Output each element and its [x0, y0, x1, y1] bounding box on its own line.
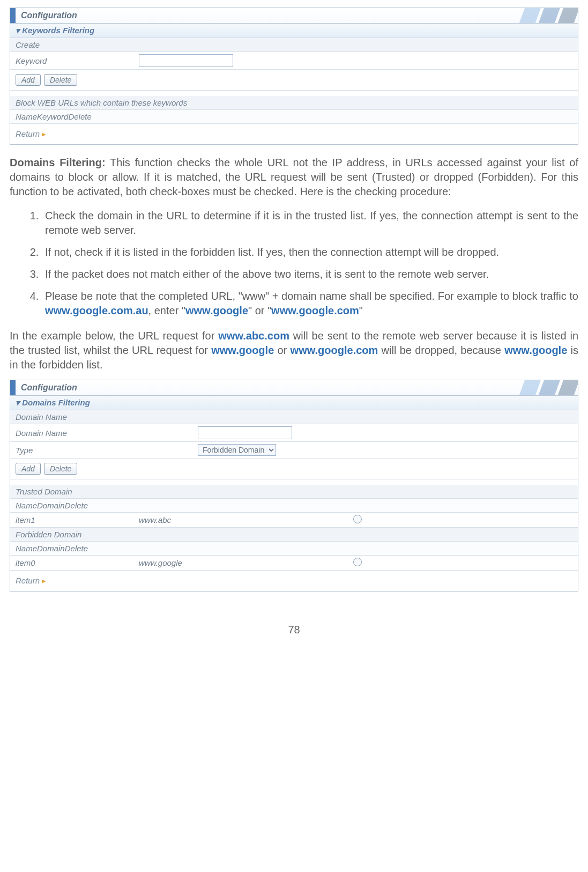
domain-name-label: Domain Name [16, 428, 198, 438]
forbidden-table-header: Name Domain Delete [10, 542, 578, 556]
col-name: Name [16, 112, 37, 121]
col-domain: Domain [37, 501, 65, 510]
domains-filtering-paragraph: Domains Filtering: This function checks … [10, 156, 578, 199]
panel-domains-filtering: Configuration ▾ Domains Filtering Domain… [10, 380, 578, 592]
button-row: Add Delete [10, 70, 578, 91]
trusted-domain-header: Trusted Domain [10, 485, 578, 499]
delete-button[interactable]: Delete [44, 74, 77, 86]
list-item: Check the domain in the URL to determine… [42, 209, 578, 238]
col-delete: Delete [65, 544, 88, 553]
delete-radio[interactable] [353, 558, 362, 566]
arrow-icon: ▸ [42, 576, 46, 585]
create-header: Create [10, 38, 578, 52]
cell-domain: www.google [139, 558, 353, 567]
domain-name-row: Domain Name [10, 424, 578, 442]
paragraph-heading: Domains Filtering: [10, 157, 106, 168]
cell-name: item0 [16, 558, 139, 567]
keyword-label: Keyword [16, 56, 139, 65]
delete-button[interactable]: Delete [44, 463, 77, 475]
arrow-icon: ▸ [42, 129, 46, 138]
col-keyword: Keyword [37, 112, 68, 121]
list-item: If not, check if it is listed in the for… [42, 245, 578, 260]
type-row: Type Forbidden Domain [10, 442, 578, 459]
block-urls-header: Block WEB URLs which contain these keywo… [10, 96, 578, 110]
col-name: Name [16, 544, 37, 553]
panel-keywords-filtering: Configuration ▾ Keywords Filtering Creat… [10, 8, 578, 145]
keyword-row: Keyword [10, 52, 578, 70]
title-stripe [10, 8, 16, 23]
add-button[interactable]: Add [16, 463, 41, 475]
titlebar: Configuration [10, 380, 578, 396]
procedure-list: Check the domain in the URL to determine… [20, 209, 578, 318]
title-label: Configuration [21, 11, 77, 20]
title-label: Configuration [21, 383, 77, 393]
cell-domain: www.abc [139, 515, 353, 524]
section-header[interactable]: ▾ Domains Filtering [10, 396, 578, 410]
forbidden-table-row: item0 www.google [10, 556, 578, 571]
col-delete: Delete [68, 112, 91, 121]
domain-name-header: Domain Name [10, 410, 578, 424]
add-button[interactable]: Add [16, 74, 41, 86]
cell-name: item1 [16, 515, 139, 524]
titlebar: Configuration [10, 8, 578, 24]
section-header[interactable]: ▾ Keywords Filtering [10, 24, 578, 38]
page-number: 78 [0, 624, 588, 636]
return-link[interactable]: Return▸ [10, 571, 578, 591]
delete-radio[interactable] [353, 515, 362, 523]
button-row: Add Delete [10, 459, 578, 479]
keyword-input[interactable] [139, 54, 233, 67]
title-decoration [513, 380, 578, 395]
return-link[interactable]: Return▸ [10, 124, 578, 144]
domain-name-input[interactable] [198, 426, 292, 439]
forbidden-domain-header: Forbidden Domain [10, 528, 578, 542]
trusted-table-row: item1 www.abc [10, 513, 578, 528]
title-decoration [513, 8, 578, 23]
title-stripe [10, 380, 16, 395]
example-paragraph: In the example below, the URL request fo… [10, 329, 578, 372]
table-header: Name Keyword Delete [10, 110, 578, 124]
col-delete: Delete [65, 501, 88, 510]
type-label: Type [16, 446, 198, 455]
col-name: Name [16, 501, 37, 510]
col-domain: Domain [37, 544, 65, 553]
trusted-table-header: Name Domain Delete [10, 499, 578, 513]
list-item: Please be note that the completed URL, "… [42, 289, 578, 318]
list-item: If the packet does not match either of t… [42, 267, 578, 282]
type-select[interactable]: Forbidden Domain [198, 444, 276, 456]
